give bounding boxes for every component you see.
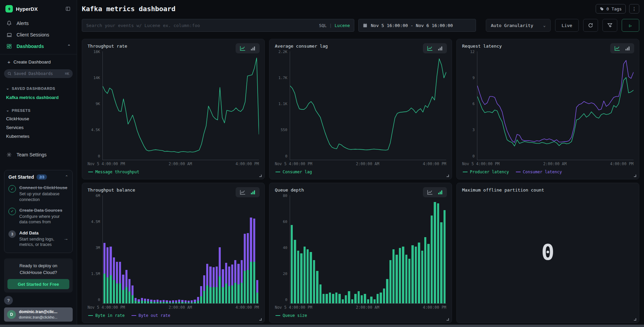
legend-label: Queue size [283, 313, 307, 318]
section-saved-dashboards[interactable]: ⌄ SAVED DASHBOARDS [4, 86, 73, 91]
charts-grid: Throughput rate 18K14K9K4.5K0 Nov 5 4:00… [82, 39, 639, 327]
plot-area[interactable] [290, 51, 446, 160]
more-options-button[interactable]: ⋮ [629, 4, 639, 14]
bar-segment [194, 302, 196, 303]
bar-segment [231, 285, 233, 303]
bar [160, 195, 162, 304]
date-range-picker[interactable]: Nov 5 16:00:00 - Nov 6 16:00:00 [358, 19, 476, 32]
bar-segment [119, 283, 121, 303]
granularity-select[interactable]: Auto Granularity ⌄ [486, 19, 551, 32]
plot-area[interactable] [477, 51, 634, 160]
sidebar-item-services[interactable]: Services [4, 125, 73, 130]
sidebar-item-kubernetes[interactable]: Kubernetes [4, 134, 73, 139]
horizontal-scrollbar[interactable] [0, 325, 644, 327]
bar-chart-toggle[interactable] [438, 190, 443, 195]
bar [172, 195, 174, 304]
step-title: Add Data [19, 230, 39, 235]
bar [367, 195, 369, 304]
bar-segment [128, 279, 130, 292]
chevron-up-icon[interactable]: ⌃ [65, 175, 68, 179]
bar-segment [141, 298, 143, 301]
plot-area[interactable] [102, 51, 259, 160]
tags-button[interactable]: 0 Tags [596, 4, 626, 14]
bar [157, 195, 159, 304]
chart-card-request-latency: Request latency 129630 Nov 5 4:00:00 PM2… [456, 39, 639, 179]
get-started-step-2[interactable]: ✓ Create Data Sources Configure where yo… [8, 207, 68, 225]
bar [203, 195, 205, 304]
bar-segment [247, 233, 249, 270]
resize-handle[interactable] [634, 175, 636, 177]
sidebar-item-team-settings[interactable]: Team Settings [4, 149, 73, 160]
line-chart-toggle[interactable] [427, 46, 433, 51]
bar [147, 195, 149, 304]
create-dashboard-button[interactable]: + Create Dashboard [4, 59, 73, 65]
plot-area[interactable] [102, 195, 259, 304]
line-chart-toggle[interactable] [240, 46, 246, 51]
legend-swatch [516, 172, 521, 172]
search-input[interactable] [86, 23, 319, 28]
line-chart-toggle[interactable] [427, 190, 433, 195]
filter-button[interactable] [602, 19, 617, 32]
x-tick-label: Nov 5 4:00:00 PM [462, 161, 500, 166]
bar-segment [197, 297, 199, 301]
bar [364, 195, 366, 304]
sidebar-item-label: Client Sessions [17, 32, 49, 37]
bar-segment [329, 293, 331, 303]
bar [370, 195, 372, 304]
bar-chart-toggle[interactable] [625, 46, 630, 51]
line-chart-toggle[interactable] [240, 190, 246, 195]
line-chart [290, 51, 446, 160]
live-button[interactable]: Live [555, 19, 579, 32]
get-started-free-button[interactable]: Get Started for Free [7, 279, 69, 289]
bar [138, 195, 140, 304]
bar [228, 195, 230, 304]
resize-handle[interactable] [447, 175, 449, 177]
sidebar-item-kafka-dashboard[interactable]: Kafka metrics dashboard [4, 95, 73, 100]
sidebar-item-client-sessions[interactable]: Client Sessions [4, 29, 73, 41]
bar-segment [138, 302, 140, 303]
line-chart-toggle[interactable] [614, 46, 620, 51]
refresh-button[interactable] [583, 19, 598, 32]
user-menu[interactable]: D dominic.tran@clic... dominic.tran@clic… [4, 307, 73, 322]
sidebar-item-clickhouse[interactable]: ClickHouse [4, 116, 73, 121]
run-query-button[interactable]: ▷ [622, 19, 639, 32]
resize-handle[interactable] [634, 318, 636, 321]
legend-swatch [276, 172, 280, 172]
user-name: dominic.tran@clic... [19, 309, 57, 315]
saved-dashboards-search[interactable]: ⌘K [4, 69, 73, 78]
y-tick-label: 0 [98, 298, 100, 302]
chart-title: Throughput balance [88, 187, 259, 193]
y-tick-label: 550 [281, 128, 287, 132]
bar [345, 195, 347, 304]
lucene-toggle[interactable]: Lucene [335, 23, 350, 28]
bar [141, 195, 143, 304]
bar-chart-toggle[interactable] [251, 46, 256, 51]
arrow-right-icon: → [64, 236, 68, 241]
sidebar-item-alerts[interactable]: Alerts [4, 18, 73, 29]
x-tick-label: 4:00:00 PM [423, 161, 446, 166]
section-presets[interactable]: ⌄ PRESETS [4, 108, 73, 112]
saved-dashboards-search-input[interactable] [14, 71, 63, 76]
bar [300, 195, 302, 304]
sidebar-item-dashboards[interactable]: Dashboards ⌃ [4, 41, 73, 52]
help-button[interactable]: ? [4, 296, 13, 305]
bar [153, 195, 156, 304]
y-tick-label: 3 [472, 128, 475, 132]
bar-segment [209, 287, 211, 303]
step-description: Set up your database connection [19, 191, 68, 202]
resize-handle[interactable] [447, 318, 449, 321]
sidebar-divider [0, 54, 77, 54]
sidebar-collapse-icon[interactable] [65, 5, 71, 12]
resize-handle[interactable] [259, 175, 262, 177]
resize-handle[interactable] [259, 318, 262, 321]
sql-toggle[interactable]: SQL [319, 23, 327, 28]
get-started-step-1[interactable]: ✓ Connect to ClickHouse Set up your data… [8, 184, 68, 202]
bar-chart-toggle[interactable] [251, 190, 256, 195]
bar-segment [206, 264, 208, 285]
plot-area[interactable] [290, 195, 446, 304]
bar-segment [431, 216, 433, 303]
bar-segment [358, 291, 360, 303]
chart-title: Average consumer lag [275, 44, 446, 49]
get-started-step-3[interactable]: 3 Add Data Start sending logs, metrics, … [8, 230, 68, 248]
bar-chart-toggle[interactable] [438, 46, 443, 51]
